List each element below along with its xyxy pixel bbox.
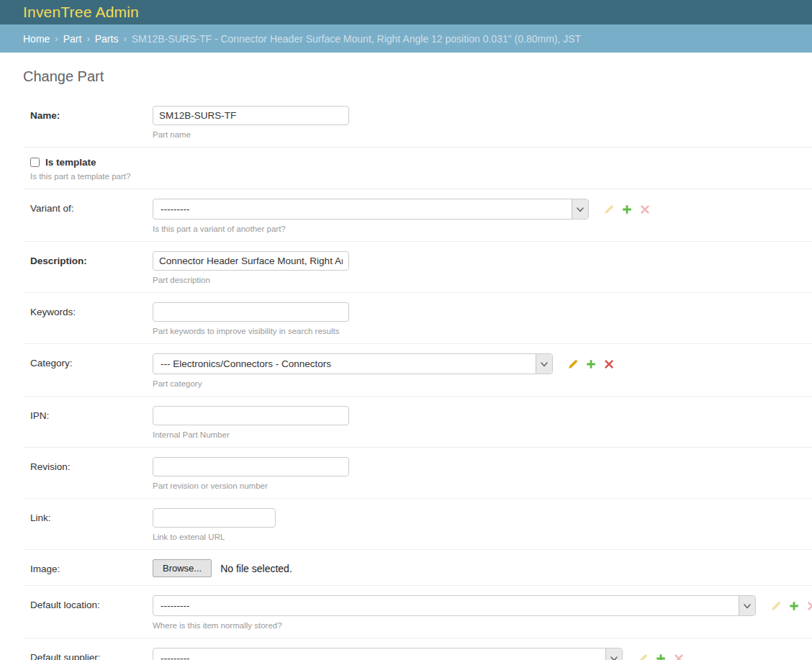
- ipn-input[interactable]: [153, 406, 349, 425]
- variant-of-select[interactable]: ---------: [153, 199, 589, 220]
- form-row-description: Description: Part description: [23, 242, 812, 293]
- chevron-down-icon[interactable]: [739, 596, 755, 615]
- keywords-input[interactable]: [153, 302, 349, 322]
- app-header: InvenTree Admin: [0, 0, 812, 24]
- breadcrumb-separator: ›: [86, 33, 89, 44]
- delete-cross-icon[interactable]: [674, 654, 684, 660]
- delete-cross-icon[interactable]: [640, 204, 650, 214]
- default-location-label: Default location:: [30, 595, 153, 610]
- keywords-help: Part keywords to improve visibility in s…: [153, 327, 349, 335]
- category-selected-value: --- Electronics/Connectors - Connectors: [153, 354, 331, 374]
- variant-of-label: Variant of:: [30, 199, 153, 214]
- category-label: Category:: [30, 353, 153, 369]
- form-row-default-location: Default location: --------- Where is thi…: [23, 586, 812, 638]
- breadcrumb-separator: ›: [123, 33, 126, 44]
- link-help: Link to extenal URL: [153, 533, 276, 541]
- ipn-label: IPN:: [30, 406, 153, 421]
- description-input[interactable]: [153, 251, 349, 271]
- chevron-down-icon[interactable]: [572, 199, 588, 219]
- delete-cross-icon[interactable]: [604, 359, 614, 369]
- chevron-down-icon[interactable]: [605, 648, 622, 660]
- form-row-keywords: Keywords: Part keywords to improve visib…: [23, 293, 812, 344]
- default-supplier-label: Default supplier:: [30, 648, 153, 660]
- variant-of-help: Is this part a variant of another part?: [153, 225, 650, 233]
- link-input[interactable]: [153, 508, 276, 528]
- is-template-help: Is this part a template part?: [30, 172, 130, 181]
- default-location-select[interactable]: ---------: [153, 595, 756, 616]
- add-plus-icon[interactable]: [789, 601, 799, 611]
- is-template-label: Is template: [45, 157, 96, 168]
- breadcrumb-separator: ›: [55, 33, 58, 44]
- form-row-category: Category: --- Electronics/Connectors - C…: [23, 344, 812, 397]
- form-row-variant-of: Variant of: --------- Is this part a var…: [23, 189, 812, 242]
- breadcrumb-current: SM12B-SURS-TF - Connector Header Surface…: [132, 33, 581, 45]
- page-title: Change Part: [23, 68, 812, 85]
- form-row-image: Image: Browse... No file selected.: [23, 550, 812, 586]
- ipn-help: Internal Part Number: [153, 430, 349, 439]
- name-help: Part name: [153, 130, 349, 139]
- default-location-selected-value: ---------: [153, 596, 189, 615]
- change-part-form: Change Part Name: Part name Is template …: [23, 68, 812, 660]
- chevron-down-icon[interactable]: [536, 354, 552, 374]
- image-label: Image:: [30, 559, 153, 574]
- form-row-link: Link: Link to extenal URL: [23, 499, 812, 550]
- add-plus-icon[interactable]: [656, 654, 666, 660]
- name-label: Name:: [30, 106, 153, 121]
- category-help: Part category: [153, 379, 614, 388]
- link-label: Link:: [30, 508, 153, 523]
- description-label: Description:: [30, 251, 153, 266]
- file-status-text: No file selected.: [220, 563, 292, 574]
- breadcrumb-parts-link[interactable]: Parts: [95, 33, 119, 45]
- default-supplier-select[interactable]: ---------: [153, 648, 623, 660]
- category-select[interactable]: --- Electronics/Connectors - Connectors: [153, 353, 553, 374]
- form-row-default-supplier: Default supplier: --------- Default supp…: [23, 638, 812, 660]
- breadcrumb-part-link[interactable]: Part: [63, 33, 82, 45]
- breadcrumb: Home › Part › Parts › SM12B-SURS-TF - Co…: [0, 24, 812, 53]
- is-template-checkbox[interactable]: [30, 158, 40, 167]
- revision-help: Part revision or version number: [153, 482, 349, 490]
- default-supplier-selected-value: ---------: [153, 648, 189, 660]
- add-plus-icon[interactable]: [586, 359, 596, 369]
- add-plus-icon[interactable]: [622, 204, 632, 214]
- keywords-label: Keywords:: [30, 302, 153, 317]
- name-input[interactable]: [153, 106, 349, 125]
- form-row-revision: Revision: Part revision or version numbe…: [23, 448, 812, 499]
- app-title: InvenTree Admin: [23, 4, 139, 21]
- form-row-ipn: IPN: Internal Part Number: [23, 397, 812, 448]
- revision-input[interactable]: [153, 457, 349, 476]
- revision-label: Revision:: [30, 457, 153, 472]
- default-location-help: Where is this item normally stored?: [153, 621, 812, 630]
- edit-pencil-icon[interactable]: [771, 601, 781, 611]
- form-row-is-template: Is template Is this part a template part…: [23, 148, 812, 189]
- breadcrumb-home-link[interactable]: Home: [23, 33, 50, 45]
- browse-button[interactable]: Browse...: [153, 559, 212, 577]
- description-help: Part description: [153, 276, 349, 284]
- edit-pencil-icon[interactable]: [638, 654, 648, 660]
- edit-pencil-icon[interactable]: [604, 204, 614, 214]
- variant-of-selected-value: ---------: [153, 199, 189, 219]
- form-row-name: Name: Part name: [23, 96, 812, 148]
- edit-pencil-icon[interactable]: [568, 359, 578, 369]
- delete-cross-icon[interactable]: [807, 601, 812, 611]
